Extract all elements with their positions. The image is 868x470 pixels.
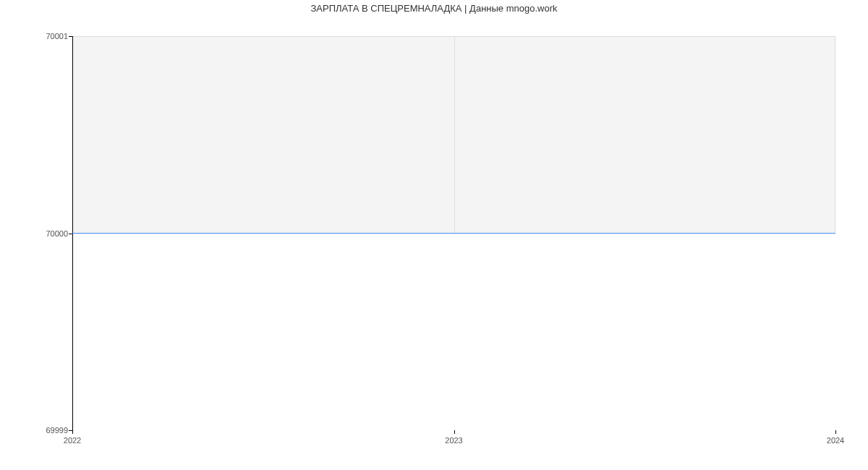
x-tick bbox=[454, 430, 455, 434]
x-tick-label: 2024 bbox=[827, 436, 844, 445]
chart-title: ЗАРПЛАТА В СПЕЦРЕМНАЛАДКА | Данные mnogo… bbox=[0, 3, 868, 14]
x-tick-label: 2022 bbox=[64, 436, 81, 445]
y-tick-label: 70001 bbox=[3, 32, 68, 40]
salary-chart: ЗАРПЛАТА В СПЕЦРЕМНАЛАДКА | Данные mnogo… bbox=[0, 0, 868, 470]
series-line-salary bbox=[72, 233, 835, 234]
x-tick bbox=[72, 430, 73, 434]
grid-vline-2023 bbox=[454, 36, 455, 234]
y-tick bbox=[69, 36, 72, 37]
plot-area bbox=[72, 36, 835, 430]
x-tick-label: 2023 bbox=[445, 436, 462, 445]
y-tick-label: 70000 bbox=[3, 229, 68, 238]
x-tick bbox=[835, 430, 836, 434]
y-tick-label: 69999 bbox=[3, 426, 68, 435]
